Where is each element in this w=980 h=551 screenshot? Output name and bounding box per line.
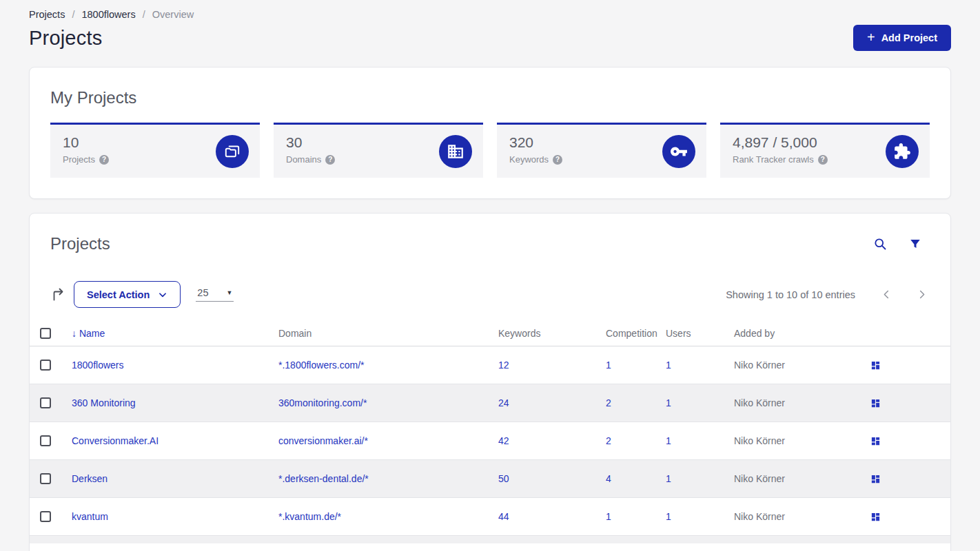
users-count-link[interactable]: 1 <box>666 397 671 408</box>
keywords-count-link[interactable]: 12 <box>498 360 509 371</box>
add-project-label: Add Project <box>881 32 937 43</box>
project-name-link[interactable]: 360 Monitoring <box>72 397 136 408</box>
project-name-link[interactable]: 1800flowers <box>72 360 124 371</box>
stat-tile-domains: 30 Domains ? <box>274 123 483 178</box>
keywords-count-link[interactable]: 24 <box>498 397 509 408</box>
breadcrumb-separator: / <box>72 9 74 20</box>
table-row: kvantum *.kvantum.de/* 44 1 1 Niko Körne… <box>30 498 950 536</box>
add-project-button[interactable]: + Add Project <box>853 25 951 51</box>
breadcrumb: Projects / 1800flowers / Overview <box>29 9 951 20</box>
sort-down-icon: ↓ <box>72 328 76 339</box>
dashboard-icon[interactable] <box>870 512 950 522</box>
competition-count-link[interactable]: 2 <box>606 435 611 446</box>
my-projects-title: My Projects <box>50 88 930 107</box>
projects-label: Projects <box>63 154 95 165</box>
project-domain-link[interactable]: *.derksen-dental.de/* <box>278 473 369 484</box>
help-icon[interactable]: ? <box>553 155 562 165</box>
row-checkbox[interactable] <box>30 360 72 371</box>
keywords-count-link[interactable]: 42 <box>498 435 509 446</box>
chevron-right-icon[interactable] <box>917 289 927 300</box>
users-count-link[interactable]: 1 <box>666 360 671 371</box>
page-title: Projects <box>29 27 102 50</box>
column-header-name[interactable]: ↓ Name <box>72 328 278 339</box>
crawls-label: Rank Tracker crawls <box>733 154 814 165</box>
breadcrumb-separator: / <box>143 9 145 20</box>
building-icon <box>439 135 472 168</box>
domains-label: Domains <box>286 154 321 165</box>
select-action-dropdown[interactable]: Select Action <box>74 281 181 308</box>
select-action-label: Select Action <box>87 289 150 300</box>
users-count-link[interactable]: 1 <box>666 435 671 446</box>
page-size-select[interactable]: 25 ▼ <box>196 287 234 302</box>
chevron-left-icon[interactable] <box>881 289 892 300</box>
row-checkbox[interactable] <box>30 435 72 446</box>
project-name-link[interactable]: kvantum <box>72 511 108 522</box>
table-header-row: ↓ Name Domain Keywords Competition Users… <box>30 320 950 346</box>
help-icon[interactable]: ? <box>818 155 828 165</box>
competition-count-link[interactable]: 4 <box>606 473 611 484</box>
row-checkbox[interactable] <box>30 473 72 484</box>
users-count-link[interactable]: 1 <box>666 473 671 484</box>
stats-row: 10 Projects ? 30 Domains ? <box>50 123 930 178</box>
column-header-competition[interactable]: Competition <box>606 328 666 339</box>
added-by-text: Niko Körner <box>734 360 870 371</box>
help-icon[interactable]: ? <box>99 155 109 165</box>
competition-count-link[interactable]: 1 <box>606 360 611 371</box>
table-toolbar: Select Action 25 ▼ Showing 1 to 10 of 10… <box>30 281 950 308</box>
breadcrumb-overview: Overview <box>152 9 194 20</box>
competition-count-link[interactable]: 1 <box>606 511 611 522</box>
column-header-users[interactable]: Users <box>666 328 734 339</box>
project-domain-link[interactable]: 360monitoring.com/* <box>278 397 367 408</box>
keywords-count-link[interactable]: 50 <box>498 473 509 484</box>
dashboard-icon[interactable] <box>870 474 950 484</box>
dashboard-icon[interactable] <box>870 360 950 371</box>
competition-count-link[interactable]: 2 <box>606 397 611 408</box>
project-name-link[interactable]: Conversionmaker.AI <box>72 435 159 446</box>
dashboard-icon[interactable] <box>870 436 950 446</box>
page-size-value: 25 <box>197 287 208 298</box>
puzzle-icon <box>886 135 919 168</box>
added-by-text: Niko Körner <box>734 473 870 484</box>
breadcrumb-1800flowers[interactable]: 1800flowers <box>81 9 135 20</box>
export-arrow-icon[interactable] <box>50 287 67 303</box>
table-row-partial <box>30 536 950 543</box>
table-row: 360 Monitoring 360monitoring.com/* 24 2 … <box>30 384 950 422</box>
project-domain-link[interactable]: *.kvantum.de/* <box>278 511 341 522</box>
project-domain-link[interactable]: *.1800flowers.com/* <box>278 360 365 371</box>
row-checkbox[interactable] <box>30 511 72 522</box>
added-by-text: Niko Körner <box>734 397 870 408</box>
page: Projects / 1800flowers / Overview Projec… <box>0 9 980 551</box>
column-header-domain[interactable]: Domain <box>278 328 498 339</box>
dashboard-icon[interactable] <box>870 398 950 408</box>
table-row: 1800flowers *.1800flowers.com/* 12 1 1 N… <box>30 346 950 384</box>
title-row: Projects + Add Project <box>29 25 951 51</box>
breadcrumb-projects[interactable]: Projects <box>29 9 65 20</box>
help-icon[interactable]: ? <box>325 155 335 165</box>
projects-panel-title: Projects <box>50 234 110 253</box>
row-checkbox[interactable] <box>30 397 72 408</box>
table-row: Conversionmaker.AI conversionmaker.ai/* … <box>30 422 950 460</box>
column-header-added-by[interactable]: Added by <box>734 328 870 339</box>
filter-icon[interactable] <box>909 238 921 250</box>
column-header-keywords[interactable]: Keywords <box>498 328 606 339</box>
projects-table: ↓ Name Domain Keywords Competition Users… <box>30 320 950 543</box>
added-by-text: Niko Körner <box>734 435 870 446</box>
caret-down-icon: ▼ <box>226 289 232 296</box>
users-count-link[interactable]: 1 <box>666 511 671 522</box>
stat-tile-crawls: 4,897 / 5,000 Rank Tracker crawls ? <box>720 123 930 178</box>
stat-tile-projects: 10 Projects ? <box>50 123 260 178</box>
showing-entries-text: Showing 1 to 10 of 10 entries <box>726 289 855 300</box>
project-domain-link[interactable]: conversionmaker.ai/* <box>278 435 368 446</box>
select-all-checkbox[interactable] <box>30 328 72 339</box>
key-icon <box>662 135 695 168</box>
keywords-label: Keywords <box>509 154 549 165</box>
chevron-down-icon <box>158 290 167 300</box>
search-icon[interactable] <box>873 237 887 251</box>
projects-table-card: Projects <box>29 213 951 551</box>
added-by-text: Niko Körner <box>734 511 870 522</box>
table-row: Derksen *.derksen-dental.de/* 50 4 1 Nik… <box>30 460 950 498</box>
plus-icon: + <box>867 30 875 44</box>
keywords-count-link[interactable]: 44 <box>498 511 509 522</box>
project-name-link[interactable]: Derksen <box>72 473 108 484</box>
my-projects-card: My Projects 10 Projects ? 30 Doma <box>29 67 951 199</box>
